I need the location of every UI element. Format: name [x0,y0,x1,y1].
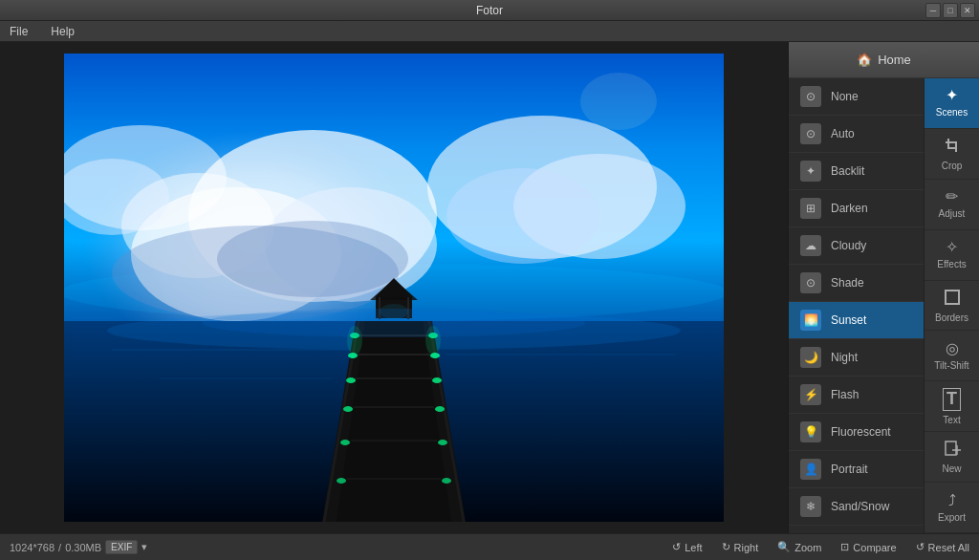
zoom-action[interactable]: 🔍 Zoom [777,541,821,553]
zoom-label: Zoom [794,542,821,553]
scene-label-none: None [831,90,859,103]
tool-label-text: Text [943,415,960,425]
tool-label-tiltshift: Tilt-Shift [934,360,968,371]
scene-label-flash: Flash [831,388,859,401]
svg-marker-45 [370,279,418,300]
scene-item-sand-snow[interactable]: ❄ Sand/Snow [789,488,924,526]
scene-item-cloudy[interactable]: ☁ Cloudy [789,227,924,265]
window-controls: ─ □ ✕ [925,3,975,18]
svg-point-31 [346,377,356,383]
close-button[interactable]: ✕ [960,3,975,18]
scene-label-backlit: Backlit [831,164,864,178]
scene-icon-none: ⊙ [800,86,821,107]
svg-point-13 [64,159,169,235]
rotate-left-label: Left [685,542,702,553]
svg-rect-0 [64,54,724,522]
compare-icon: ⊡ [840,541,849,553]
right-sidebar: 🏠 Home ⊙ None ⊙ Auto ✦ Backlit [788,42,979,533]
scene-item-sunset[interactable]: 🌅 Sunset [789,302,924,339]
rotate-right-label: Right [734,542,759,553]
crop-icon [944,137,961,157]
scene-icon-portrait: 👤 [800,459,821,480]
svg-point-42 [425,326,441,355]
effects-icon: ✧ [946,240,958,255]
rotate-left-action[interactable]: ↺ Left [672,541,702,553]
photo [64,54,724,522]
scene-label-night: Night [831,351,858,364]
menu-help[interactable]: Help [47,23,78,40]
new-icon [944,440,961,460]
rotate-right-action[interactable]: ↻ Right [722,541,759,553]
text-icon: T [943,388,961,411]
photo-container [64,54,724,522]
scene-label-darken: Darken [831,202,868,215]
scenes-list[interactable]: ⊙ None ⊙ Auto ✦ Backlit ⊞ Darken [789,78,924,533]
dropdown-arrow[interactable]: ▾ [141,541,147,553]
scene-item-darken[interactable]: ⊞ Darken [789,190,924,227]
svg-line-28 [429,321,464,522]
minimize-button[interactable]: ─ [925,3,941,18]
scene-label-fluorescent: Fluorescent [831,425,891,439]
menu-bar: File Help [0,21,979,42]
tool-effects[interactable]: ✧ Effects [925,230,979,281]
scene-item-portrait[interactable]: 👤 Portrait [789,451,924,488]
menu-file[interactable]: File [6,23,32,40]
scene-icon-sunset: 🌅 [800,310,821,331]
tool-new[interactable]: New [925,432,979,483]
tool-label-borders: Borders [935,312,968,323]
maximize-button[interactable]: □ [943,3,958,18]
tool-text[interactable]: T Text [925,381,979,432]
tool-label-new: New [942,463,961,474]
tool-borders[interactable]: Borders [925,281,979,332]
svg-point-29 [350,333,359,338]
exif-button[interactable]: EXIF [105,540,138,554]
tool-label-crop: Crop [942,161,963,171]
svg-marker-43 [375,278,413,297]
svg-point-11 [446,168,599,264]
svg-point-36 [430,353,440,358]
svg-point-30 [348,353,358,358]
svg-point-40 [442,478,451,484]
scenes-icon: ✦ [946,88,958,103]
svg-marker-20 [337,321,451,522]
rotate-left-icon: ↺ [672,541,681,553]
image-dimensions: 1024*768 [10,542,54,553]
scene-icon-sand-snow: ❄ [800,496,821,517]
reset-action[interactable]: ↺ Reset All [916,541,969,553]
app-title: Fotor [476,4,503,17]
scene-label-auto: Auto [831,127,855,140]
scene-item-auto[interactable]: ⊙ Auto [789,116,924,153]
home-button[interactable]: 🏠 Home [789,42,979,78]
scene-label-portrait: Portrait [831,463,868,476]
home-icon: 🏠 [857,53,872,67]
tool-scenes[interactable]: ✦ Scenes [925,78,979,129]
compare-label: Compare [853,542,896,553]
scene-label-sunset: Sunset [831,313,866,327]
svg-point-15 [107,312,681,350]
svg-point-2 [83,130,427,359]
tool-adjust[interactable]: ✏ Adjust [925,180,979,230]
compare-action[interactable]: ⊡ Compare [840,541,896,553]
svg-point-32 [343,406,353,412]
scene-icon-cloudy: ☁ [800,235,821,256]
tool-export[interactable]: ⤴ Export [925,483,979,533]
scene-icon-fluorescent: 💡 [800,421,821,442]
svg-rect-56 [946,442,956,455]
svg-point-50 [580,73,657,130]
scene-item-landscape[interactable]: 🏔 Landscape [789,526,924,533]
scene-item-backlit[interactable]: ✦ Backlit [789,153,924,190]
scene-icon-shade: ⊙ [800,272,821,293]
scene-item-none[interactable]: ⊙ None [789,78,924,116]
svg-point-38 [435,406,445,412]
status-bar: 1024*768 / 0.30MB EXIF ▾ ↺ Left ↻ Right … [0,533,979,560]
scene-item-shade[interactable]: ⊙ Shade [789,265,924,302]
tool-tiltshift[interactable]: ◎ Tilt-Shift [925,331,979,381]
export-icon: ⤴ [948,493,956,508]
scene-item-fluorescent[interactable]: 💡 Fluorescent [789,414,924,451]
tool-label-effects: Effects [937,259,966,269]
title-bar: Fotor ─ □ ✕ [0,0,979,21]
tool-crop[interactable]: Crop [925,129,979,180]
scene-item-night[interactable]: 🌙 Night [789,339,924,377]
scene-item-flash[interactable]: ⚡ Flash [789,377,924,414]
scene-label-cloudy: Cloudy [831,239,866,252]
